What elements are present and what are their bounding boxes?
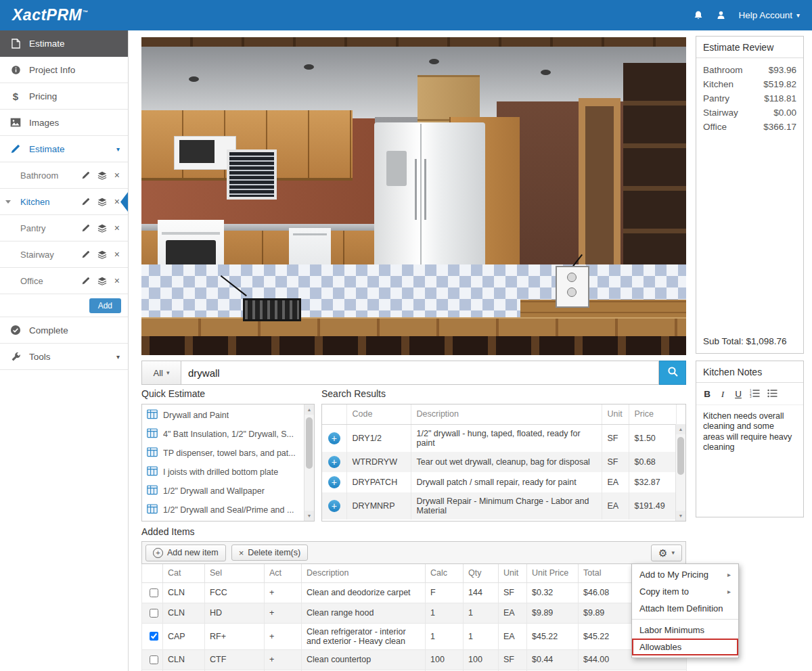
search-results-scrollbar[interactable]: ▲ ▼	[675, 424, 685, 521]
cell-act[interactable]: +	[265, 603, 302, 623]
column-header[interactable]: Unit	[499, 564, 527, 582]
added-item-row[interactable]: CAP RF+ + Clean refrigerator - interior …	[142, 623, 687, 649]
account-person-icon[interactable]	[716, 10, 726, 20]
row-checkbox[interactable]	[150, 632, 158, 641]
layers-icon[interactable]	[97, 171, 107, 180]
kitchen-render-image[interactable]	[141, 37, 686, 355]
sidebar-room-kitchen[interactable]: Kitchen ×	[0, 189, 128, 215]
row-checkbox[interactable]	[150, 588, 158, 597]
review-row[interactable]: Bathroom $93.96	[703, 63, 796, 77]
search-filter-select[interactable]: All ▾	[141, 361, 181, 385]
added-item-row[interactable]: CLN FCC + Clean and deodorize carpet F 1…	[142, 582, 687, 603]
column-header[interactable]: Qty	[464, 564, 499, 582]
quick-estimate-scrollbar[interactable]: ▲ ▼	[304, 404, 314, 521]
scroll-up-icon[interactable]: ▲	[676, 424, 685, 434]
scrollbar-thumb[interactable]	[677, 437, 684, 475]
scrollbar-thumb[interactable]	[306, 417, 313, 469]
review-row[interactable]: Kitchen $519.82	[703, 77, 796, 91]
sidebar-item-estimate-top[interactable]: Estimate	[0, 30, 128, 57]
close-icon[interactable]: ×	[114, 223, 120, 233]
review-row[interactable]: Office $366.17	[703, 120, 796, 134]
column-header[interactable]: Price	[629, 404, 676, 424]
quick-estimate-item[interactable]: 1/2" Drywall and Seal/Prime and ...	[142, 501, 304, 519]
row-checkbox[interactable]	[150, 609, 158, 618]
add-item-plus-icon[interactable]: +	[328, 476, 340, 488]
close-icon[interactable]: ×	[114, 197, 120, 206]
sidebar-room-office[interactable]: Office ×	[0, 268, 128, 294]
cell-act[interactable]: +	[265, 623, 302, 649]
notifications-bell-icon[interactable]	[693, 10, 704, 21]
review-row[interactable]: Pantry $118.81	[703, 91, 796, 106]
menu-item-allowables[interactable]: Allowables	[632, 639, 738, 655]
add-room-button[interactable]: Add	[89, 298, 121, 313]
added-item-row[interactable]: CLN HD + Clean range hood 1 1 EA $9.89 $…	[142, 603, 687, 623]
ordered-list-icon[interactable]: 123	[750, 389, 760, 400]
quick-estimate-item[interactable]: 1/2" Drywall and Wallpaper	[142, 482, 304, 501]
chevron-down-icon[interactable]: ▾	[116, 145, 120, 153]
column-header[interactable]: Description	[411, 404, 602, 424]
layers-icon[interactable]	[97, 277, 107, 285]
quick-estimate-item[interactable]: TP dispenser, towel bars, and pat...	[142, 444, 304, 463]
search-input[interactable]	[181, 361, 659, 385]
search-result-row[interactable]: + DRY1/2 1/2" drywall - hung, taped, flo…	[322, 424, 676, 452]
column-header[interactable]: Description	[302, 564, 426, 582]
cell-act[interactable]: +	[265, 582, 302, 603]
delete-items-button[interactable]: × Delete item(s)	[231, 545, 308, 561]
sidebar-item-pricing[interactable]: $ Pricing	[0, 83, 128, 110]
search-result-row[interactable]: + DRYMNRP Drywall Repair - Minimum Charg…	[322, 492, 676, 519]
sidebar-room-stairway[interactable]: Stairway ×	[0, 241, 128, 268]
row-checkbox[interactable]	[150, 655, 158, 664]
chevron-down-icon[interactable]: ▾	[116, 353, 120, 361]
menu-item-add-to-my-pricing[interactable]: Add to My Pricing ▸	[632, 566, 738, 583]
layers-icon[interactable]	[97, 224, 107, 233]
close-icon[interactable]: ×	[114, 170, 120, 180]
underline-button[interactable]: U	[734, 390, 742, 399]
add-item-plus-icon[interactable]: +	[328, 500, 340, 512]
column-header[interactable]: Unit Price	[527, 564, 579, 582]
scroll-up-icon[interactable]: ▲	[304, 404, 314, 415]
close-icon[interactable]: ×	[114, 250, 120, 259]
search-result-row[interactable]: + WTRDRYW Tear out wet drywall, cleanup,…	[322, 452, 676, 472]
sidebar-room-pantry[interactable]: Pantry ×	[0, 215, 128, 241]
edit-pencil-icon[interactable]	[82, 277, 90, 285]
scroll-down-icon[interactable]: ▼	[304, 511, 314, 521]
sidebar-item-project-info[interactable]: Project Info	[0, 57, 128, 83]
column-header[interactable]: Cat	[163, 564, 205, 582]
italic-button[interactable]: I	[719, 390, 727, 399]
sidebar-item-images[interactable]: Images	[0, 110, 128, 136]
add-new-item-button[interactable]: + Add new item	[145, 545, 226, 561]
menu-item-labor-minimums[interactable]: Labor Minimums	[632, 622, 738, 639]
notes-text-area[interactable]: Kitchen needs overall cleaning and some …	[696, 405, 803, 460]
scroll-down-icon[interactable]: ▼	[676, 511, 685, 521]
sidebar-item-tools[interactable]: Tools ▾	[0, 344, 128, 370]
close-icon[interactable]: ×	[114, 276, 120, 285]
layers-icon[interactable]	[97, 250, 107, 259]
quick-estimate-item[interactable]: I joists with drilled bottom plate	[142, 463, 304, 482]
floor-vent[interactable]	[243, 298, 301, 321]
search-result-row[interactable]: + DRYPATCH Drywall patch / small repair,…	[322, 472, 676, 492]
layers-icon[interactable]	[97, 198, 107, 206]
review-row[interactable]: Stairway $0.00	[703, 106, 796, 120]
menu-item-attach-item-definition[interactable]: Attach Item Definition	[632, 600, 738, 617]
column-header[interactable]: Calc	[426, 564, 464, 582]
search-button[interactable]	[659, 361, 686, 385]
sidebar-item-estimate-section[interactable]: Estimate ▾	[0, 136, 128, 162]
add-item-plus-icon[interactable]: +	[328, 432, 340, 444]
quick-estimate-item-partial[interactable]	[142, 519, 304, 521]
item-options-gear-button[interactable]: ⚙ ▾	[651, 545, 682, 561]
sidebar-room-bathroom[interactable]: Bathroom ×	[0, 162, 128, 189]
add-item-plus-icon[interactable]: +	[328, 456, 340, 468]
column-header[interactable]: Code	[346, 404, 411, 424]
edit-pencil-icon[interactable]	[82, 198, 90, 206]
quick-estimate-item[interactable]: Drywall and Paint	[142, 406, 304, 425]
help-account-menu[interactable]: Help Account ▾	[738, 10, 800, 20]
column-header[interactable]: Unit	[602, 404, 629, 424]
column-header[interactable]: Sel	[205, 564, 265, 582]
bold-button[interactable]: B	[703, 390, 711, 399]
bullet-list-icon[interactable]	[767, 389, 777, 400]
cell-act[interactable]: +	[265, 649, 302, 670]
added-item-row[interactable]: CLN CTF + Clean countertop 100 100 SF $0…	[142, 649, 687, 670]
sidebar-item-complete[interactable]: Complete	[0, 317, 128, 344]
column-header[interactable]: Act	[265, 564, 302, 582]
edit-pencil-icon[interactable]	[82, 171, 90, 179]
